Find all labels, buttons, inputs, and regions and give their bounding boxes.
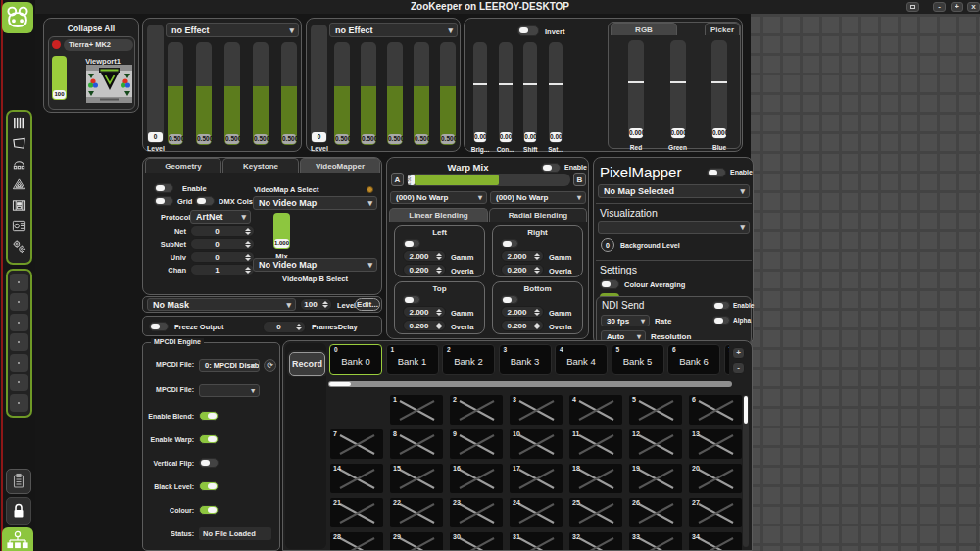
remove-bank-button[interactable]: - <box>732 362 745 374</box>
add-bank-button[interactable]: + <box>732 347 745 359</box>
hippotizer-logo-button[interactable] <box>2 2 33 33</box>
adjust-fader[interactable]: 0.000 <box>473 42 487 143</box>
preset-cell[interactable]: 4 <box>569 395 622 425</box>
bank-tab[interactable]: 0Bank 0 <box>329 344 382 375</box>
lock-button[interactable] <box>6 497 31 525</box>
layer-slot-1[interactable] <box>10 274 28 291</box>
mpcdi-file-dropdown[interactable]: 0: MPCDI Disab▾ <box>199 359 260 372</box>
preset-cell[interactable]: 31 <box>510 532 563 551</box>
scrollbar-handle[interactable] <box>744 396 748 424</box>
layer-slot-3[interactable] <box>10 314 28 331</box>
settings-tool-button[interactable] <box>9 236 29 256</box>
effect-select-dropdown[interactable]: no Effect▾ <box>329 23 458 37</box>
preset-cell[interactable]: 8 <box>390 429 443 459</box>
blend-bottom-toggle[interactable] <box>501 295 518 304</box>
preset-cell[interactable]: 10 <box>510 429 563 459</box>
effect-fader[interactable]: 0.500 <box>414 42 429 145</box>
videomap-mix-fader[interactable]: 1.000 <box>273 213 290 249</box>
gamma-stepper[interactable]: 2.000 <box>501 250 544 262</box>
preset-cell[interactable]: 12 <box>629 429 682 459</box>
preset-cell[interactable]: 23 <box>450 498 503 527</box>
preset-cell[interactable]: 18 <box>569 464 622 493</box>
tab-picker[interactable]: Picker <box>705 23 740 35</box>
preset-cell[interactable]: 24 <box>510 498 563 527</box>
dmx-row-stepper[interactable]: 0 <box>190 238 255 250</box>
warp-b-dropdown[interactable]: (000) No Warp▾ <box>490 191 586 204</box>
bank-tab[interactable]: 5Bank 5 <box>612 344 664 375</box>
ndi-alpha-toggle[interactable] <box>712 316 730 325</box>
minimize-button[interactable]: - <box>933 2 946 12</box>
overlap-stepper[interactable]: 0.200 <box>403 320 446 331</box>
preset-cell[interactable]: 20 <box>689 464 742 493</box>
tab-videomapper[interactable]: VideoMapper <box>300 158 380 173</box>
colour-averaging-toggle[interactable] <box>600 279 619 289</box>
dmx-row-stepper[interactable]: 0 <box>190 251 255 263</box>
tab-geometry[interactable]: Geometry <box>145 158 221 173</box>
preset-cell[interactable]: 6 <box>689 395 742 425</box>
maximize-button[interactable]: + <box>951 2 963 12</box>
layer-slot-5[interactable] <box>10 354 28 372</box>
effect-fader[interactable]: 0.500 <box>334 42 350 145</box>
effect-select-dropdown[interactable]: no Effect▾ <box>166 23 299 37</box>
effect-fader[interactable]: 0.500 <box>440 42 456 145</box>
vertical-flip-toggle[interactable] <box>199 458 219 468</box>
warp-a-button[interactable]: A <box>391 173 404 186</box>
mask-level-stepper[interactable]: 100 <box>300 298 332 311</box>
dmx-row-stepper[interactable]: 0 <box>190 225 255 237</box>
adjust-fader[interactable]: 0.000 <box>628 40 644 139</box>
preset-cell[interactable]: 32 <box>569 532 622 551</box>
effect-fader[interactable]: 0.500 <box>196 42 212 145</box>
faders-tool-button[interactable] <box>9 113 29 132</box>
dmx-cols-toggle[interactable] <box>195 196 215 206</box>
preset-cell[interactable]: 1 <box>390 395 443 425</box>
enable-blend-toggle[interactable] <box>199 411 219 421</box>
videomap-b-dropdown[interactable]: No Video Map▾ <box>253 258 377 272</box>
mask-dropdown[interactable]: No Mask▾ <box>147 298 296 311</box>
visualization-dropdown[interactable]: ▾ <box>598 221 750 234</box>
network-button[interactable] <box>2 527 33 551</box>
preset-cell[interactable]: 27 <box>689 498 742 527</box>
videomapper-tool-button[interactable] <box>9 154 29 174</box>
blend-left-toggle[interactable] <box>403 239 420 248</box>
enable-warp-toggle[interactable] <box>199 434 219 444</box>
warp-mix-slider[interactable]: 0.500 <box>407 174 570 186</box>
close-button[interactable]: x <box>967 2 980 12</box>
preset-cell[interactable]: 11 <box>569 429 622 459</box>
black-level-toggle[interactable] <box>199 481 219 491</box>
layer-slot-4[interactable] <box>10 333 28 351</box>
preset-cell[interactable]: 28 <box>330 532 383 551</box>
effect-fader[interactable]: 0.500 <box>361 42 376 145</box>
notes-button[interactable] <box>6 469 31 494</box>
effect-fader[interactable]: 0.500 <box>387 42 403 145</box>
preset-cell[interactable]: 17 <box>510 464 563 493</box>
preset-cell[interactable]: 5 <box>629 395 682 425</box>
tab-keystone[interactable]: Keystone <box>222 158 299 173</box>
mask-edit-button[interactable]: Edit... <box>355 298 380 311</box>
preset-scrollbar-vertical[interactable] <box>743 395 749 547</box>
gamma-stepper[interactable]: 2.000 <box>403 250 446 262</box>
viewport-thumbnail[interactable] <box>86 65 132 103</box>
scrollbar-handle[interactable] <box>329 382 351 386</box>
effect-level-fader[interactable]: 0 <box>147 25 164 143</box>
ndi-enable-toggle[interactable] <box>712 301 730 310</box>
map-select-dropdown[interactable]: No Map Selected▾ <box>598 184 750 198</box>
preset-cell[interactable]: 2 <box>450 395 503 425</box>
layer-slot-2[interactable] <box>10 293 28 311</box>
overlap-stepper[interactable]: 0.200 <box>501 264 544 276</box>
colour-toggle[interactable] <box>199 505 219 515</box>
layer-slot-6[interactable] <box>10 374 28 391</box>
effect-fader[interactable]: 0.500 <box>168 42 183 145</box>
preset-cell[interactable]: 21 <box>330 498 383 527</box>
bank-tab[interactable]: 1Bank 1 <box>386 344 439 375</box>
preset-cell[interactable]: 33 <box>629 532 682 551</box>
protocol-dropdown[interactable]: ArtNet▾ <box>190 210 251 224</box>
preset-cell[interactable]: 14 <box>330 464 383 493</box>
effect-level-fader[interactable]: 0 <box>311 25 327 143</box>
warp-a-dropdown[interactable]: (000) No Warp▾ <box>390 191 487 204</box>
blend-right-toggle[interactable] <box>501 239 518 248</box>
frames-delay-stepper[interactable]: 0 <box>263 321 306 333</box>
grid-toggle[interactable] <box>154 196 173 206</box>
media-tool-button[interactable] <box>9 195 29 215</box>
freeze-output-toggle[interactable] <box>149 322 169 331</box>
dmx-row-stepper[interactable]: 1 <box>190 264 255 276</box>
